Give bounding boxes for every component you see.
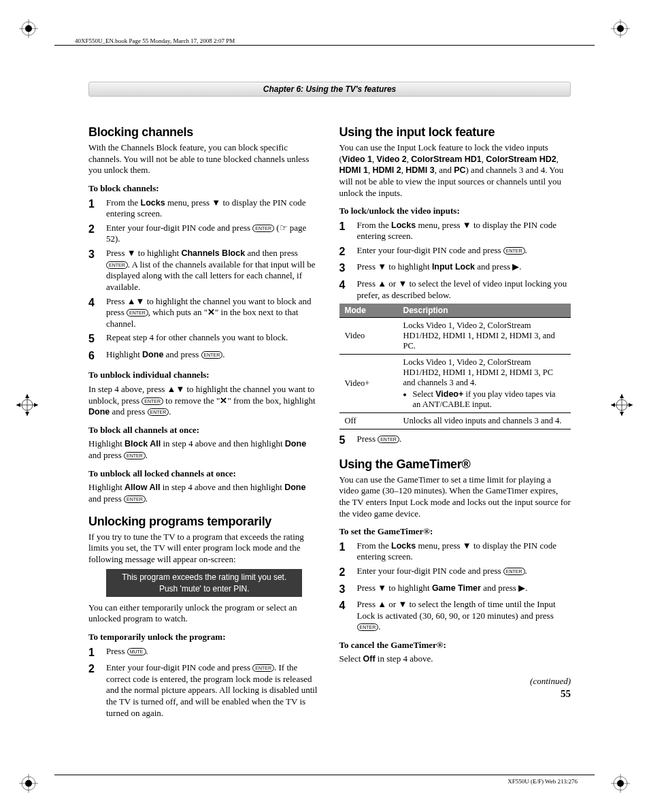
subheading: To unblock all locked channels at once: [88, 468, 320, 480]
crop-mark-icon [19, 19, 38, 38]
step-number: 2 [339, 245, 350, 259]
registration-mark-icon [14, 391, 41, 421]
enter-button-icon: ENTER [201, 351, 223, 359]
step-text: Press ▲ or ▼ to select the level of vide… [357, 278, 571, 301]
table-cell: Video [339, 318, 398, 355]
x-mark-icon: ✕ [220, 395, 227, 406]
step-text: Enter your four-digit PIN code and press… [106, 223, 320, 245]
page-number: 55 [339, 688, 571, 700]
step-text: From the Locks menu, press ▼ to display … [357, 220, 571, 242]
body-text: If you try to tune the TV to a program t… [88, 532, 320, 566]
body-text: Select Off in step 4 above. [339, 653, 571, 665]
step-number: 1 [339, 540, 350, 563]
enter-button-icon: ENTER [142, 397, 163, 405]
header-rule [54, 45, 595, 46]
subheading: To block all channels at once: [88, 425, 320, 436]
heading-blocking-channels: Blocking channels [88, 125, 320, 140]
heading-input-lock: Using the input lock feature [339, 125, 571, 140]
mode-table: ModeDescription VideoLocks Video 1, Vide… [339, 304, 571, 429]
step-number: 2 [339, 566, 350, 579]
enter-button-icon: ENTER [148, 408, 169, 416]
step-number: 6 [88, 349, 99, 363]
footer-rule [54, 775, 595, 775]
step-text: Press ▲ or ▼ to select the length of tim… [357, 599, 571, 633]
body-text: You can use the GameTimer to set a time … [339, 474, 571, 520]
subheading: To lock/unlock the video inputs: [339, 206, 571, 217]
step-text: Enter your four-digit PIN code and press… [106, 662, 320, 719]
step-text: Press MUTE. [106, 646, 320, 660]
step-text: Press ▼ to highlight Channels Block and … [106, 248, 320, 293]
step-text: Highlight Done and press ENTER. [106, 349, 320, 363]
step-text: From the Locks menu, press ▼ to display … [357, 540, 571, 563]
body-text: You can use the Input Lock feature to lo… [339, 142, 571, 199]
table-cell: Video+ [339, 355, 398, 413]
continued-label: (continued) [339, 676, 571, 687]
table-cell: Unlocks all video inputs and channels 3 … [398, 413, 571, 429]
step-number: 3 [88, 248, 99, 293]
enter-button-icon: ENTER [503, 247, 525, 255]
step-number: 4 [339, 599, 350, 633]
step-number: 5 [339, 434, 350, 447]
body-text: Highlight Block All in step 4 above and … [88, 438, 320, 461]
step-text: Press ENTER. [357, 434, 571, 447]
subheading: To set the GameTimer®: [339, 526, 571, 538]
step-number: 2 [88, 223, 99, 245]
mute-button-icon: MUTE [127, 648, 146, 655]
chapter-title: Chapter 6: Using the TV's features [88, 82, 571, 97]
body-text: With the Channels Block feature, you can… [88, 142, 320, 176]
enter-button-icon: ENTER [252, 664, 274, 672]
step-text: Enter your four-digit PIN code and press… [357, 566, 571, 579]
step-text: Press ▼ to highlight Input Lock and pres… [357, 261, 571, 275]
crop-mark-icon [611, 774, 630, 793]
heading-unlocking-programs: Unlocking programs temporarily [88, 515, 320, 529]
enter-button-icon: ENTER [357, 623, 379, 631]
step-number: 5 [88, 332, 99, 346]
subheading: To unblock individual channels: [88, 370, 320, 381]
table-header: Mode [339, 304, 398, 318]
table-header: Description [398, 304, 571, 318]
body-text: You can either temporarily unlock the pr… [88, 602, 320, 625]
x-mark-icon: ✕ [207, 307, 215, 317]
body-text: Highlight Allow All in step 4 above and … [88, 482, 320, 504]
step-number: 3 [339, 261, 350, 275]
enter-button-icon: ENTER [378, 436, 399, 443]
step-text: Press ▼ to highlight Game Timer and pres… [357, 583, 571, 596]
table-cell: Locks Video 1, Video 2, ColorStream HD1/… [398, 355, 571, 413]
enter-button-icon: ENTER [106, 261, 128, 269]
subheading: To block channels: [88, 183, 320, 195]
header-metadata: 40XF550U_EN.book Page 55 Monday, March 1… [75, 37, 235, 44]
table-cell: Locks Video 1, Video 2, ColorStream HD1/… [398, 318, 571, 355]
step-text: From the Locks menu, press ▼ to display … [106, 197, 320, 220]
onscreen-message: This program exceeds the rating limit yo… [106, 569, 302, 596]
step-text: Enter your four-digit PIN code and press… [357, 245, 571, 259]
crop-mark-icon [611, 19, 630, 38]
step-text: Press ▲▼ to highlight the channel you wa… [106, 296, 320, 330]
crop-mark-icon [19, 774, 38, 793]
step-number: 4 [88, 296, 99, 330]
step-number: 1 [339, 220, 350, 242]
subheading: To cancel the GameTimer®: [339, 640, 571, 651]
subheading: To temporarily unlock the program: [88, 632, 320, 643]
step-text: Repeat step 4 for other channels you wan… [106, 332, 320, 346]
enter-button-icon: ENTER [252, 225, 274, 232]
body-text: In step 4 above, press ▲▼ to highlight t… [88, 384, 320, 418]
step-number: 1 [88, 197, 99, 220]
step-number: 3 [339, 583, 350, 596]
enter-button-icon: ENTER [127, 309, 148, 316]
enter-button-icon: ENTER [124, 452, 146, 459]
enter-button-icon: ENTER [124, 496, 146, 503]
registration-mark-icon [608, 391, 635, 421]
step-number: 2 [88, 662, 99, 719]
footer-text: XF550U (E/F) Web 213:276 [507, 778, 578, 785]
heading-gametimer: Using the GameTimer® [339, 457, 571, 472]
table-cell: Off [339, 413, 398, 429]
step-number: 4 [339, 278, 350, 301]
step-number: 1 [88, 646, 99, 660]
enter-button-icon: ENTER [503, 568, 525, 575]
